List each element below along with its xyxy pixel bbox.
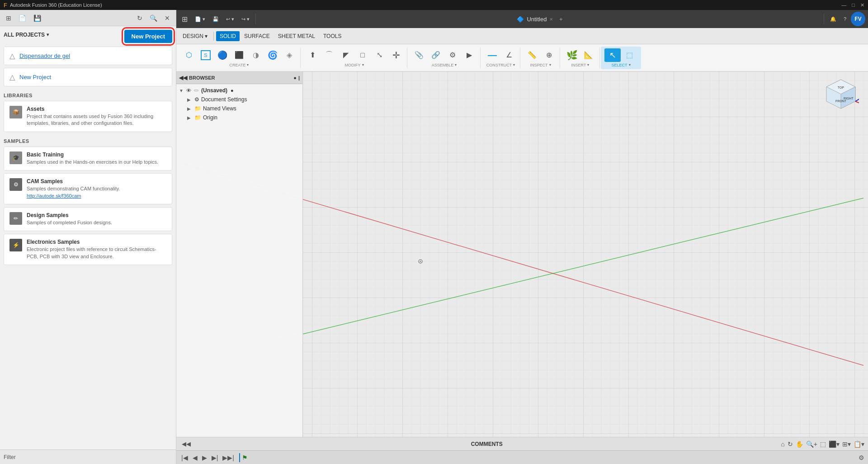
viewport-area[interactable]: ◀◀ BROWSER ● | ▼ 👁 (Unsaved) ● bbox=[176, 71, 868, 437]
origin-label: Origin bbox=[203, 114, 217, 121]
offset-plane-btn[interactable]: — bbox=[484, 48, 500, 62]
insert-mesh-btn[interactable]: 🌿 bbox=[564, 48, 580, 62]
orbit-icon[interactable]: ↻ bbox=[788, 440, 793, 448]
sidebar-file-icon[interactable]: 📄 bbox=[16, 14, 28, 23]
tab-sheet-metal[interactable]: SHEET METAL bbox=[274, 31, 319, 41]
sidebar-toolbar: ⊞ 📄 💾 ↻ 🔍 ✕ bbox=[0, 10, 176, 26]
display-settings-icon[interactable]: 📋▾ bbox=[854, 440, 864, 448]
shell-btn[interactable]: □ bbox=[354, 48, 371, 62]
tab-close-btn[interactable]: × bbox=[549, 16, 553, 23]
sketch-btn[interactable]: S bbox=[198, 49, 214, 62]
tab-surface[interactable]: SURFACE bbox=[241, 31, 274, 41]
modify-group: ⬆ ⌒ ◤ □ ⤡ bbox=[302, 47, 407, 68]
sweep-btn[interactable]: 🌀 bbox=[264, 48, 281, 62]
timeline-rewind-btn[interactable]: |◀ bbox=[180, 453, 189, 462]
browser-resize-btn[interactable]: | bbox=[298, 75, 300, 80]
gear-icon: ⚙ bbox=[194, 96, 199, 103]
cam-link[interactable]: http://autode.sk/f360cam bbox=[27, 193, 81, 199]
fusion-icon: F bbox=[4, 2, 7, 9]
filter-bar: Filter bbox=[0, 450, 176, 464]
timeline-next-btn[interactable]: ▶| bbox=[210, 453, 220, 462]
help-btn[interactable]: ? bbox=[841, 14, 849, 24]
notification-btn[interactable]: 🔔 bbox=[827, 14, 839, 24]
apps-icon[interactable]: ⊞ bbox=[179, 13, 190, 25]
assemble-new-btn[interactable]: 📎 bbox=[411, 48, 427, 62]
root-dot-btn[interactable]: ● bbox=[231, 88, 234, 93]
tab-tools[interactable]: TOOLS bbox=[320, 31, 345, 41]
measure-btn[interactable]: 📏 bbox=[524, 48, 540, 62]
home-icon[interactable]: ⌂ bbox=[781, 440, 784, 448]
browser-header: ◀◀ BROWSER ● | bbox=[176, 71, 302, 84]
revolve-btn[interactable]: ◑ bbox=[248, 48, 264, 62]
sidebar-grid-icon[interactable]: ⊞ bbox=[4, 14, 14, 23]
project-item-dispensador[interactable]: △ Dispensador de gel bbox=[4, 47, 172, 65]
design-menu-btn[interactable]: DESIGN ▾ bbox=[179, 31, 211, 41]
timeline-end-btn[interactable]: ▶▶| bbox=[221, 453, 236, 462]
browser-pin-btn[interactable]: ● bbox=[293, 75, 297, 80]
zoom-in-icon[interactable]: 🔍+ bbox=[806, 440, 817, 448]
timeline-settings-btn[interactable]: ⚙ bbox=[859, 454, 864, 461]
root-label-folder bbox=[194, 90, 198, 91]
svg-line-13 bbox=[855, 101, 859, 104]
motion-link-btn[interactable]: ⚙ bbox=[444, 48, 461, 62]
browser-collapse-btn[interactable]: ◀◀ bbox=[179, 75, 187, 81]
view-cube[interactable]: RIGHT FRONT TOP X bbox=[823, 76, 859, 112]
undo-btn[interactable]: ↩ ▾ bbox=[223, 14, 237, 24]
timeline-prev-btn[interactable]: ◀ bbox=[191, 453, 199, 462]
library-icon-basic: 🎓 bbox=[9, 152, 22, 164]
comments-collapse-btn[interactable]: ◀◀ bbox=[180, 440, 193, 448]
close-btn[interactable]: ✕ bbox=[860, 2, 864, 8]
save-btn[interactable]: 💾 bbox=[210, 14, 222, 24]
sample-item-cam[interactable]: ⚙ CAM Samples Samples demonstrating CAM … bbox=[4, 173, 172, 204]
interference-btn[interactable]: ⊕ bbox=[541, 48, 557, 62]
select-btn[interactable]: ↖ bbox=[604, 48, 621, 62]
maximize-btn[interactable]: □ bbox=[852, 2, 855, 8]
eye-icon[interactable]: 👁 bbox=[186, 88, 191, 93]
browser-item-origin[interactable]: ▶ 📁 Origin bbox=[176, 113, 302, 122]
drive-joints-btn[interactable]: ▶ bbox=[461, 48, 477, 62]
user-avatar[interactable]: FV bbox=[851, 12, 865, 26]
new-tab-btn[interactable]: + bbox=[559, 16, 563, 23]
file-dropdown-btn[interactable]: 📄 ▾ bbox=[192, 14, 208, 24]
all-projects-header[interactable]: ALL PROJECTS ▾ bbox=[4, 32, 49, 38]
tab-title-area: 🔷 Untitled × + bbox=[259, 16, 821, 23]
plane-angle-btn[interactable]: ∠ bbox=[501, 48, 517, 62]
browser-item-root[interactable]: ▼ 👁 (Unsaved) ● bbox=[176, 86, 302, 95]
svg-text:FRONT: FRONT bbox=[835, 99, 847, 103]
project-icon-new: △ bbox=[9, 73, 15, 81]
timeline-play-btn[interactable]: ▶ bbox=[201, 453, 208, 462]
new-project-button[interactable]: New Project bbox=[124, 30, 172, 43]
move-btn[interactable]: ✛ bbox=[388, 48, 404, 62]
window-select-btn[interactable]: ⬚ bbox=[621, 48, 637, 62]
display-mode-icon[interactable]: ⬛▾ bbox=[829, 440, 840, 448]
joint-btn[interactable]: 🔗 bbox=[428, 48, 444, 62]
sidebar-search-icon[interactable]: 🔍 bbox=[147, 14, 160, 23]
extrude-btn[interactable]: ⬛ bbox=[231, 48, 247, 62]
sidebar-refresh-icon[interactable]: ↻ bbox=[135, 14, 145, 23]
zoom-window-icon[interactable]: ⬚ bbox=[820, 440, 826, 448]
redo-btn[interactable]: ↪ ▾ bbox=[239, 14, 252, 24]
project-item-new[interactable]: △ New Project bbox=[4, 68, 172, 86]
library-item-assets[interactable]: 📦 Assets Project that contains assets us… bbox=[4, 101, 172, 132]
sidebar-close-icon[interactable]: ✕ bbox=[162, 14, 172, 23]
browser-item-named-views[interactable]: ▶ 📁 Named Views bbox=[176, 104, 302, 113]
loft-btn[interactable]: ◈ bbox=[281, 48, 297, 62]
new-component-btn[interactable]: ⬡ bbox=[181, 48, 197, 62]
press-pull-btn[interactable]: ⬆ bbox=[304, 48, 321, 62]
sidebar-save-icon[interactable]: 💾 bbox=[31, 14, 43, 23]
named-views-label: Named Views bbox=[203, 105, 236, 112]
grid-icon[interactable]: ⊞▾ bbox=[842, 440, 851, 448]
sample-item-electronics[interactable]: ⚡ Electronics Samples Electronic project… bbox=[4, 234, 172, 265]
fillet-btn[interactable]: ⌒ bbox=[321, 48, 337, 62]
insert-svg-btn[interactable]: 📐 bbox=[580, 48, 597, 62]
minimize-btn[interactable]: — bbox=[841, 2, 846, 8]
tab-solid[interactable]: SOLID bbox=[216, 31, 240, 41]
form-btn[interactable]: 🔵 bbox=[214, 48, 231, 62]
hand-icon[interactable]: ✋ bbox=[796, 440, 803, 448]
folder-icon-origin: 📁 bbox=[194, 114, 201, 121]
sample-item-basic-training[interactable]: 🎓 Basic Training Samples used in the Han… bbox=[4, 147, 172, 170]
sample-item-design[interactable]: ✏ Design Samples Samples of completed Fu… bbox=[4, 207, 172, 231]
scale-btn[interactable]: ⤡ bbox=[371, 48, 387, 62]
browser-item-doc-settings[interactable]: ▶ ⚙ Document Settings bbox=[176, 95, 302, 104]
chamfer-btn[interactable]: ◤ bbox=[338, 48, 354, 62]
